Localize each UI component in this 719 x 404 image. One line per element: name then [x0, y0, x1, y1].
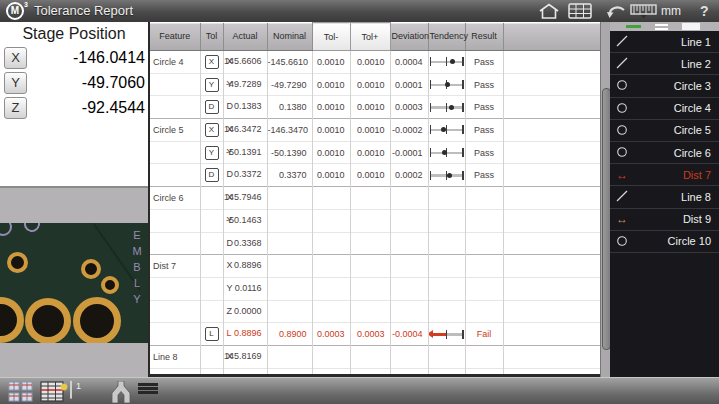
deviation-cell [390, 232, 428, 255]
tolerance-table: FeatureTolActualNominalTol-Tol+Deviation… [150, 22, 600, 377]
feature-item-circle-6[interactable]: Circle 6 [610, 142, 719, 164]
tendency-cell [428, 96, 465, 119]
filler-cell [503, 368, 600, 377]
tol-toggle-x[interactable]: X [205, 55, 219, 69]
nominal-cell [267, 209, 312, 232]
unit-button[interactable]: mm [661, 2, 681, 20]
result-cell [465, 277, 503, 300]
tendency-cell [428, 300, 465, 323]
actual-cell: Y-50.1391 [223, 141, 267, 164]
magnification-1x-icon[interactable]: 1 [70, 381, 72, 399]
table-row[interactable]: DD0.13830.13800.00100.00100.0003Pass [150, 96, 600, 119]
feature-item-line-8[interactable]: Line 8 [610, 186, 719, 208]
deviation-cell: 0.0003 [390, 96, 428, 119]
feature-item-circle-3[interactable]: Circle 3 [610, 75, 719, 97]
nominal-cell: -145.6610 [267, 51, 312, 74]
bulb-icon [61, 384, 67, 390]
table-row[interactable]: Dist 7X0.8896 [150, 255, 600, 278]
tol-cell [200, 300, 223, 323]
nominal-cell: -50.1390 [267, 141, 312, 164]
tol-minus-cell: 0.0010 [312, 96, 350, 119]
feature-item-line-2[interactable]: Line 2 [610, 53, 719, 75]
table-header-row: FeatureTolActualNominalTol-Tol+Deviation… [150, 23, 600, 51]
camera-view[interactable]: EMBLY [0, 223, 148, 343]
filler-cell [503, 232, 600, 255]
table-row[interactable]: DD0.33720.33700.00100.00100.0002Pass [150, 164, 600, 187]
tol-minus-cell [312, 209, 350, 232]
table-row[interactable]: YY-50.1391-50.13900.00100.0010-0.0001Pas… [150, 141, 600, 164]
feature-item-circle-10[interactable]: Circle 10 [610, 231, 719, 253]
help-button[interactable]: ? [700, 2, 709, 20]
tol-plus-cell [350, 232, 390, 255]
ruler-icon[interactable] [630, 2, 657, 20]
datasheet-icon[interactable] [40, 381, 64, 404]
feature-item-dist-7[interactable]: ↔Dist 7 [610, 164, 719, 186]
result-cell [465, 345, 503, 368]
tol-cell [200, 368, 223, 377]
home-icon[interactable] [538, 2, 560, 20]
table-scrollbar-track[interactable] [600, 22, 610, 377]
tol-toggle-d[interactable]: D [205, 100, 219, 114]
line-icon [616, 190, 634, 203]
magnification-label: 1 [76, 381, 81, 391]
feature-item-line-1[interactable]: Line 1 [610, 31, 719, 53]
axis-z-button[interactable]: Z [4, 97, 27, 119]
tol-toggle-d[interactable]: D [205, 168, 219, 182]
result-cell [465, 232, 503, 255]
report-layouts-icon[interactable] [8, 381, 34, 404]
tol-plus-cell [350, 368, 390, 377]
feature-item-circle-5[interactable]: Circle 5 [610, 120, 719, 142]
table-row[interactable]: Line 8X-145.8169 [150, 345, 600, 368]
dist-icon: ↔ [616, 214, 634, 224]
filler-cell [503, 96, 600, 119]
tol-cell [200, 277, 223, 300]
feature-item-label: Line 8 [634, 191, 719, 203]
tol-toggle-x[interactable]: X [205, 123, 219, 137]
table-row[interactable]: Circle 4XX-145.6606-145.66100.00100.0010… [150, 51, 600, 74]
col-header-result: Result [465, 23, 503, 51]
tol-toggle-y[interactable]: Y [205, 146, 219, 160]
deviation-cell [390, 209, 428, 232]
tol-plus-cell [350, 345, 390, 368]
nominal-cell [267, 277, 312, 300]
tendency-cell [428, 187, 465, 210]
feature-name [150, 73, 200, 96]
axis-x-value: -146.0414 [27, 47, 145, 68]
col-header-tol[interactable]: Tol+ [350, 23, 390, 51]
nominal-cell: -146.3470 [267, 119, 312, 142]
table-row[interactable]: Y0.0116 [150, 277, 600, 300]
nominal-cell: -49.7290 [267, 73, 312, 96]
circle-icon [616, 124, 634, 137]
col-header-tol[interactable]: Tol- [312, 23, 350, 51]
feature-item-circle-4[interactable]: Circle 4 [610, 98, 719, 120]
page-title: Tolerance Report [34, 3, 133, 18]
undo-icon[interactable] [606, 2, 628, 20]
report-view-icon[interactable] [568, 2, 592, 20]
tendency-bar [430, 170, 464, 181]
table-row[interactable]: Circle 5XX-146.3472-146.34700.00100.0010… [150, 119, 600, 142]
tol-minus-cell [312, 300, 350, 323]
table-row[interactable]: Y-49.6694 [150, 368, 600, 377]
axis-x-button[interactable]: X [4, 47, 27, 69]
filler-cell [503, 255, 600, 278]
result-cell [465, 300, 503, 323]
feature-item-dist-9[interactable]: ↔Dist 9 [610, 209, 719, 231]
list-icon[interactable] [138, 383, 158, 396]
tol-toggle-y[interactable]: Y [205, 78, 219, 92]
actual-cell: Z0.0000 [223, 300, 267, 323]
table-row[interactable]: Z0.0000 [150, 300, 600, 323]
tendency-cell [428, 73, 465, 96]
table-row[interactable]: Circle 6X-145.7946 [150, 187, 600, 210]
tol-toggle-l[interactable]: L [205, 327, 219, 341]
branch-icon[interactable] [108, 381, 134, 404]
table-row[interactable]: LL0.88960.89000.00030.0003-0.0004Fail [150, 323, 600, 346]
actual-cell: D0.1383 [223, 96, 267, 119]
axis-y-button[interactable]: Y [4, 72, 27, 94]
table-row[interactable]: Y-50.1463 [150, 209, 600, 232]
result-cell: Fail [465, 323, 503, 346]
deviation-cell: -0.0002 [390, 119, 428, 142]
nominal-cell: 0.8900 [267, 323, 312, 346]
table-row[interactable]: D0.3368 [150, 232, 600, 255]
table-row[interactable]: YY-49.7289-49.72900.00100.00100.0001Pass [150, 73, 600, 96]
tol-plus-cell: 0.0010 [350, 51, 390, 74]
